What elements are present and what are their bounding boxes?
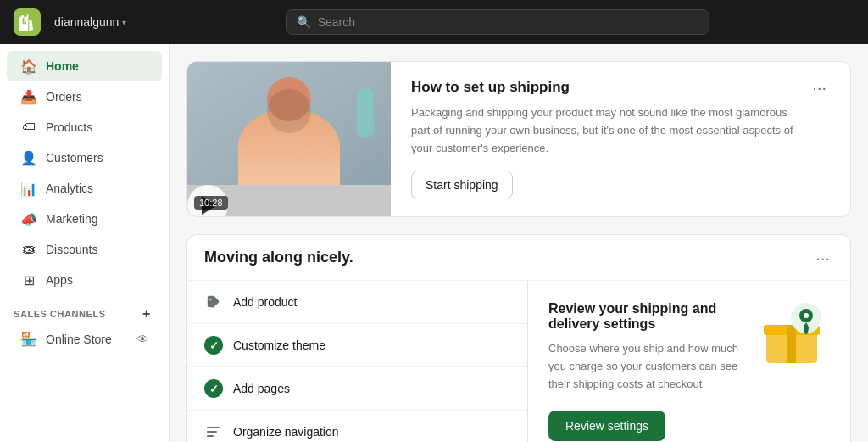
shipping-card: 10:28 How to set up shipping Packaging a… [186,61,851,217]
progress-card-title: Moving along nicely. [204,249,353,266]
svg-rect-0 [207,427,220,428]
search-icon: 🔍 [297,15,311,29]
sidebar: 🏠 Home 📥 Orders 🏷 Products 👤 Customers 📊… [0,44,170,442]
search-input[interactable] [318,15,698,29]
add-sales-channel-button[interactable]: + [138,305,155,322]
sidebar-label-analytics: Analytics [46,182,93,195]
sidebar-label-apps: Apps [46,273,73,287]
checklist-item-customize-theme[interactable]: Customize theme [187,324,527,367]
marketing-icon: 📣 [20,210,37,227]
checklist-item-add-pages[interactable]: Add pages [187,367,527,411]
sidebar-item-customers[interactable]: 👤 Customers [7,143,162,173]
svg-point-8 [804,313,809,318]
apps-icon: ⊞ [20,271,37,288]
organize-navigation-check [204,422,223,441]
add-product-check [204,293,223,311]
progress-card-header: Moving along nicely. ··· [187,235,850,281]
orders-icon: 📥 [20,88,37,105]
sidebar-item-products[interactable]: 🏷 Products [7,112,162,143]
sidebar-item-apps[interactable]: ⊞ Apps [7,265,162,295]
sidebar-item-orders[interactable]: 📥 Orders [7,81,162,112]
sales-channels-header: SALES CHANNELS + [0,295,169,326]
checklist: Add product Customize theme Add pages [187,281,528,442]
shipping-illustration [754,293,830,372]
customers-icon: 👤 [20,149,37,166]
shipping-card-more-button[interactable]: ··· [809,79,830,96]
customize-theme-label: Customize theme [233,338,326,352]
add-pages-label: Add pages [233,382,290,395]
shipping-panel-desc: Choose where you ship and how much you c… [548,340,754,393]
start-shipping-button[interactable]: Start shipping [411,171,513,199]
checklist-item-add-product[interactable]: Add product [187,281,527,324]
progress-card-body: Add product Customize theme Add pages [187,281,850,442]
sidebar-item-analytics[interactable]: 📊 Analytics [7,173,162,204]
progress-card-more-button[interactable]: ··· [812,249,833,266]
caret-icon: ▾ [122,18,126,27]
store-selector[interactable]: diannalgunn ▾ [54,15,126,29]
navigation-icon [205,423,222,440]
home-icon: 🏠 [20,58,37,75]
sidebar-item-discounts[interactable]: 🎟 Discounts [7,234,162,265]
checklist-item-organize-navigation[interactable]: Organize navigation [187,411,527,442]
sidebar-item-home[interactable]: 🏠 Home [7,51,162,81]
topbar: diannalgunn ▾ 🔍 [0,0,868,44]
add-product-label: Add product [233,295,298,309]
analytics-icon: 📊 [20,180,37,197]
shipping-card-title: How to set up shipping [411,79,809,96]
svg-rect-2 [207,435,214,437]
progress-card: Moving along nicely. ··· Add product [186,234,851,442]
search-bar: 🔍 [286,9,709,35]
store-name: diannalgunn [54,15,119,29]
main-content: 10:28 How to set up shipping Packaging a… [170,44,868,442]
sidebar-label-discounts: Discounts [46,243,97,256]
video-duration: 10:28 [194,196,228,210]
tag-icon [205,294,222,311]
shipping-card-desc: Packaging and shipping your product may … [411,104,809,157]
sidebar-item-marketing[interactable]: 📣 Marketing [7,204,162,234]
sidebar-label-orders: Orders [46,90,82,104]
online-store-visibility-icon[interactable]: 👁 [136,333,148,346]
review-settings-button[interactable]: Review settings [548,411,665,441]
discounts-icon: 🎟 [20,241,37,258]
sidebar-label-home: Home [46,59,79,73]
products-icon: 🏷 [20,119,37,136]
shopify-logo [14,8,41,36]
sidebar-label-products: Products [46,120,92,134]
shipping-panel: Review your shipping and delivery settin… [528,281,850,442]
organize-navigation-label: Organize navigation [233,425,339,439]
sidebar-item-online-store[interactable]: 🏪 Online Store 👁 [7,326,162,352]
online-store-label: Online Store [46,333,112,346]
add-pages-check [204,379,223,398]
shipping-video[interactable]: 10:28 [187,62,391,216]
customize-theme-check [204,336,223,355]
shipping-card-content: How to set up shipping Packaging and shi… [391,62,850,216]
shipping-panel-title: Review your shipping and delivery settin… [548,301,754,332]
svg-rect-5 [787,325,796,363]
sales-channels-label: SALES CHANNELS [14,309,106,319]
svg-rect-1 [207,431,217,433]
online-store-icon: 🏪 [20,331,37,347]
sidebar-label-marketing: Marketing [46,212,97,226]
sidebar-label-customers: Customers [46,151,103,165]
